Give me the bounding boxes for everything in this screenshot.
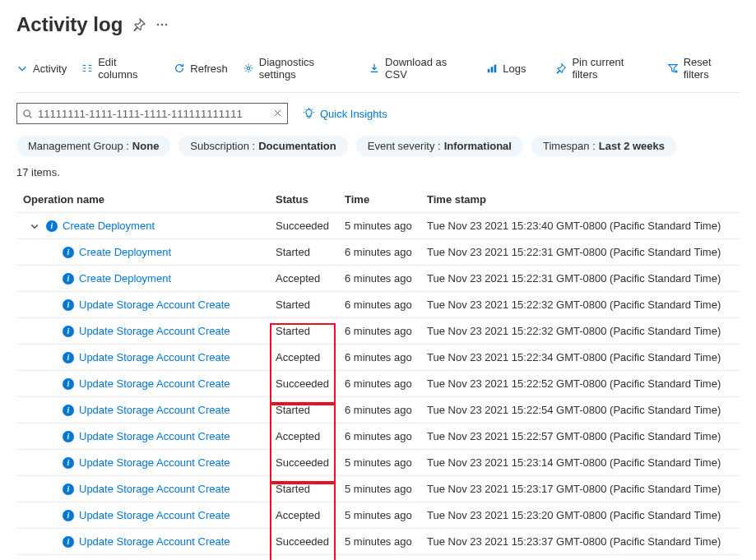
operation-name[interactable]: Update Storage Account Create [79,325,230,337]
operation-name[interactable]: Update Storage Account Create [79,483,230,495]
timestamp-cell: Tue Nov 23 2021 15:22:32 GMT-0800 (Pacif… [427,325,740,337]
refresh-icon [174,62,185,74]
table-header: Operation name Status Time Time stamp [16,187,740,213]
timestamp-cell: Tue Nov 23 2021 15:22:52 GMT-0800 (Pacif… [427,377,740,390]
operation-name[interactable]: Update Storage Account Create [79,456,230,469]
pill-value: Last 2 weeks [599,140,665,152]
table-row: iUpdate Storage Account CreateAccepted6 … [16,423,740,450]
operation-name[interactable]: Update Storage Account Create [79,430,230,442]
info-icon: i [63,247,74,258]
info-icon: i [63,510,74,521]
table-row: iUpdate Storage Account CreateStarted5 m… [16,476,740,502]
time-cell: 5 minutes ago [345,220,427,232]
logs-icon [486,62,498,74]
operation-name[interactable]: Update Storage Account Create [79,404,230,416]
pill-label: Event severity : [368,140,441,152]
info-icon: i [63,273,74,285]
pill-value: Informational [444,140,512,152]
table-row: iUpdate Storage Account CreateSucceeded5… [16,450,740,476]
time-cell: 6 minutes ago [345,325,427,337]
operation-name[interactable]: Create Deployment [79,272,171,285]
operation-name[interactable]: Update Storage Account Create [79,377,230,390]
reset-filters-button[interactable]: Reset filters [667,56,740,81]
col-operation[interactable]: Operation name [16,193,276,206]
chevron-down-icon[interactable] [30,221,41,231]
search-box[interactable] [16,103,288,124]
toolbar: Activity Edit columns Refresh Diagnostic… [16,51,740,93]
activity-button[interactable]: Activity [16,62,67,75]
table-row: iUpdate Storage Account CreateAccepted6 … [16,345,740,371]
table-row: iUpdate Storage Account CreateSucceeded5… [16,529,740,555]
timestamp-cell: Tue Nov 23 2021 15:23:14 GMT-0800 (Pacif… [427,456,740,469]
status-cell: Started [276,404,345,416]
svg-point-0 [157,24,159,25]
search-input[interactable] [38,108,268,120]
svg-rect-6 [494,65,497,73]
pill-value: Documentation [258,140,336,152]
status-cell: Succeeded [276,220,345,232]
clear-search-icon[interactable] [273,108,282,120]
info-icon: i [63,352,74,363]
operation-name[interactable]: Update Storage Account Create [79,299,230,311]
status-cell: Accepted [276,430,345,442]
pill-value: None [132,140,160,152]
col-time[interactable]: Time [345,193,427,206]
status-cell: Started [276,246,345,258]
info-icon: i [46,220,58,232]
table-row: iUpdate Storage Account CreateStarted6 m… [16,292,740,318]
chevron-down-icon [16,62,28,74]
operation-name[interactable]: Create Deployment [79,246,171,258]
diagnostics-button[interactable]: Diagnostics settings [243,56,354,81]
operation-name[interactable]: Update Storage Account Create [79,509,230,521]
svg-rect-5 [491,67,494,72]
timestamp-cell: Tue Nov 23 2021 15:22:31 GMT-0800 (Pacif… [427,246,740,258]
quick-insights-button[interactable]: Quick Insights [303,108,387,120]
table-row: iUpdate Storage Account CreateAccepted5 … [16,502,740,529]
edit-columns-button[interactable]: Edit columns [81,56,159,81]
pin-icon[interactable] [132,18,146,31]
operation-name[interactable]: Create Deployment [63,220,155,232]
status-cell: Succeeded [276,456,345,469]
col-timestamp[interactable]: Time stamp [427,193,740,206]
filter-pill[interactable]: Event severity : Informational [356,136,523,156]
operation-name[interactable]: Update Storage Account Create [79,535,230,548]
timestamp-cell: Tue Nov 23 2021 15:23:40 GMT-0800 (Pacif… [427,220,740,232]
table-row: iUpdate Storage Account CreateSucceeded6… [16,371,740,397]
download-button[interactable]: Download as CSV [369,56,471,81]
time-cell: 6 minutes ago [345,299,427,311]
status-cell: Succeeded [276,535,345,548]
timestamp-cell: Tue Nov 23 2021 15:22:57 GMT-0800 (Pacif… [427,430,740,442]
operation-name[interactable]: Update Storage Account Create [79,351,230,363]
info-icon: i [63,457,74,469]
refresh-button[interactable]: Refresh [174,62,228,75]
status-cell: Succeeded [276,377,345,390]
time-cell: 6 minutes ago [345,404,427,416]
timestamp-cell: Tue Nov 23 2021 15:22:32 GMT-0800 (Pacif… [427,299,740,311]
pin-filters-button[interactable]: Pin current filters [555,56,652,81]
filter-pill[interactable]: Management Group : None [16,136,170,156]
pill-label: Management Group : [28,140,129,152]
timestamp-cell: Tue Nov 23 2021 15:22:34 GMT-0800 (Pacif… [427,351,740,363]
table-row: iCreate DeploymentAccepted6 minutes agoT… [16,266,740,292]
col-status[interactable]: Status [276,193,345,206]
info-icon: i [63,405,74,416]
info-icon: i [63,431,74,442]
more-icon[interactable] [155,18,169,31]
table-row: iUpdate Storage Account CreateStarted6 m… [16,397,740,423]
timestamp-cell: Tue Nov 23 2021 15:23:20 GMT-0800 (Pacif… [427,509,740,521]
gear-icon [243,62,254,74]
filter-pill[interactable]: Subscription : Documentation [179,136,347,156]
logs-button[interactable]: Logs [486,62,526,75]
svg-point-2 [165,24,167,25]
download-icon [369,62,380,74]
time-cell: 6 minutes ago [345,272,427,285]
time-cell: 5 minutes ago [345,483,427,495]
pill-label: Timespan : [543,140,596,152]
time-cell: 6 minutes ago [345,430,427,442]
filter-pills: Management Group : NoneSubscription : Do… [16,136,740,156]
time-cell: 6 minutes ago [345,377,427,390]
time-cell: 6 minutes ago [345,351,427,363]
activity-table: Operation name Status Time Time stamp iC… [16,187,740,555]
filter-pill[interactable]: Timespan : Last 2 weeks [531,136,676,156]
svg-point-3 [247,67,250,70]
